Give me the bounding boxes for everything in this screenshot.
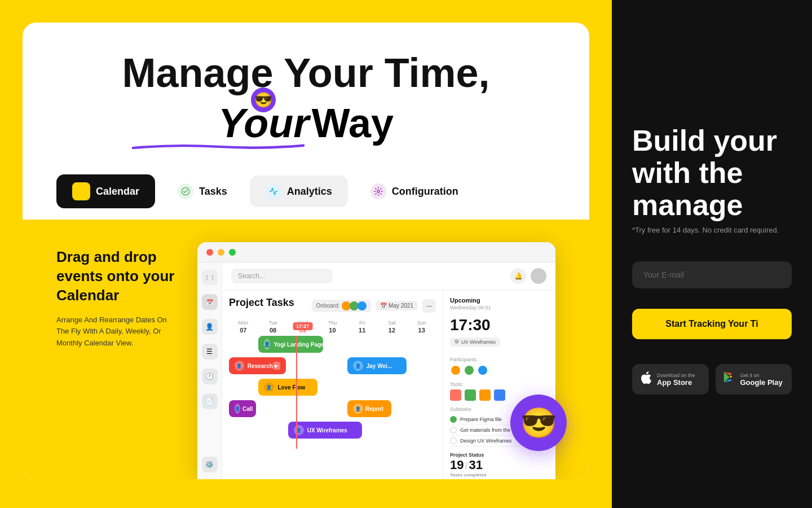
sidebar-icon-2: 📅 [202, 294, 218, 310]
app-search[interactable]: Search... [231, 269, 333, 283]
play-store-text: Get it on Google Play [740, 373, 783, 387]
app-store-button[interactable]: Download on the App Store [632, 364, 709, 395]
date-chip[interactable]: 📅 May 2021 [376, 301, 418, 310]
task-row-4: 👤 Call 👤 Report [229, 400, 436, 418]
tool-3 [479, 389, 491, 401]
titlebar-dot-yellow [218, 249, 224, 256]
app-content: Project Tasks Onboard: [222, 290, 555, 479]
subtask-3-label: Design UX Wireframes [460, 438, 512, 444]
feature-title: Drag and drop events onto your Calendar [56, 248, 180, 305]
tab-configuration-label: Configuration [392, 186, 458, 198]
current-time-line [296, 336, 297, 449]
participants-label: Participants: [450, 357, 549, 362]
project-header: Project Tasks Onboard: [229, 297, 436, 314]
tab-calendar-label: Calendar [96, 186, 139, 198]
app-main: Search... 🔔 Project Tasks [222, 262, 555, 479]
play-store-button[interactable]: Get it on Google Play [716, 364, 792, 395]
task-chip-ux[interactable]: 👤 UX Wireframes [288, 422, 362, 439]
time-big: 17:30 [450, 316, 549, 334]
task-chip-research[interactable]: 👤 Research ▶ [229, 357, 286, 374]
emoji-bubble: 😎 [251, 87, 276, 112]
tab-analytics[interactable]: Analytics [250, 176, 348, 207]
sidebar-icon-6: 📄 [202, 393, 218, 409]
svg-point-5 [377, 190, 379, 192]
google-play-icon [723, 371, 735, 387]
header-actions: 🔔 [510, 268, 546, 284]
subtask-2-checkbox[interactable] [450, 427, 457, 433]
cal-day-thu: Thu10 [318, 320, 347, 334]
app-store-text: Download on the App Store [657, 373, 695, 387]
cal-day-sun: Sun13 [407, 320, 436, 334]
sidebar-icon-1: ⋮⋮ [202, 269, 218, 285]
member-avatars [342, 301, 367, 310]
onboard-label: Onboard: [316, 303, 340, 309]
task-chip-jay[interactable]: 👤 Jay Wei... [347, 357, 407, 374]
analytics-icon [266, 183, 281, 199]
cal-day-sat: Sat12 [378, 320, 407, 334]
task-chip-yogi[interactable]: 👤 Yogi Landing Page F G [258, 336, 323, 353]
app-body: ⋮⋮ 📅 👤 ☰ 🕐 📄 ⚙️ Search... [197, 262, 555, 479]
hero-title-line1: Manage Your Time, [56, 51, 555, 95]
calendar-area: Project Tasks Onboard: [222, 290, 443, 479]
project-controls: Onboard: 📅 May 2021 [312, 299, 436, 313]
subtask-1-checkbox[interactable] [450, 416, 457, 423]
card-bottom: Drag and drop events onto your Calendar … [23, 220, 589, 479]
tab-configuration[interactable]: Configuration [355, 176, 474, 207]
onboard-chip: Onboard: [312, 300, 372, 312]
tool-figma [450, 389, 461, 401]
tab-tasks[interactable]: Tasks [162, 176, 243, 207]
cal-day-mon: Mon07 [229, 320, 258, 334]
right-title: Build your with the manage *Try free for… [632, 125, 792, 248]
done-count: 19 [450, 458, 464, 472]
subtask-1-label: Prepare Figma file [460, 417, 502, 422]
task-chip-loveflow[interactable]: 👤 Love Flow [258, 379, 317, 396]
app-store-top: Download on the [657, 373, 695, 378]
task-tag-row: UX Wireframes [450, 338, 549, 352]
task-chip-call[interactable]: 👤 Call [229, 400, 256, 417]
more-options[interactable]: ··· [422, 299, 436, 313]
participant-1 [450, 365, 461, 376]
app-store-bottom: App Store [657, 378, 695, 387]
underline-decoration [130, 142, 306, 152]
task-chip-report[interactable]: 👤 Report [347, 400, 392, 417]
tab-calendar[interactable]: Calendar [56, 174, 155, 208]
app-header: Search... 🔔 [222, 262, 555, 290]
notification-icon[interactable]: 🔔 [510, 268, 526, 284]
hero-title-line2-wrapper: 😎 Your Way [56, 100, 555, 146]
cal-day-wed: Wed 09 17:27 [288, 320, 317, 334]
tool-2 [465, 389, 476, 401]
avatar[interactable] [531, 268, 546, 284]
titlebar-dot-red [206, 249, 213, 256]
hero-way: Way [312, 100, 394, 146]
tab-analytics-label: Analytics [287, 186, 332, 198]
app-sidebar: ⋮⋮ 📅 👤 ☰ 🕐 📄 ⚙️ [197, 262, 222, 479]
sidebar-icon-5: 🕐 [202, 369, 218, 384]
upcoming-date: Wednesday 09:01 [450, 305, 549, 310]
white-card: Manage Your Time, 😎 Your Way [23, 23, 589, 479]
tool-4 [494, 389, 505, 401]
feature-text: Drag and drop events onto your Calendar … [56, 237, 180, 479]
subtask-3-checkbox[interactable] [450, 437, 457, 444]
task-rows: 👤 Yogi Landing Page F G [229, 336, 436, 440]
email-input[interactable] [632, 261, 792, 288]
task-tag: UX Wireframes [450, 338, 500, 347]
task-row-1: 👤 Yogi Landing Page F G [229, 336, 436, 354]
right-subtitle: *Try free for 14 days. No credit card re… [632, 226, 792, 234]
calendar-icon [72, 182, 90, 200]
right-title-text: Build your with the manage [632, 125, 792, 222]
tabs-container: Calendar Tasks Analytics Configuration [56, 174, 555, 208]
project-status-label: Project Status [450, 452, 549, 458]
cta-button[interactable]: Start Tracking Your Ti [632, 309, 792, 339]
svg-rect-0 [77, 188, 85, 196]
hero-title-line2: 😎 Your Way [218, 100, 394, 146]
tools-label: Tools: [450, 382, 549, 387]
left-section: Manage Your Time, 😎 Your Way [0, 0, 612, 508]
app-screenshot: ⋮⋮ 📅 👤 ☰ 🕐 📄 ⚙️ Search... [197, 242, 555, 479]
feature-description: Arrange And Rearrange Dates On The Fly W… [56, 314, 180, 349]
project-title: Project Tasks [229, 297, 294, 309]
participant-3 [477, 365, 488, 376]
participants-avatars [450, 365, 549, 376]
right-section: Build your with the manage *Try free for… [612, 0, 812, 508]
timer-chip: 17:27 [293, 322, 312, 330]
cal-day-fri: Fri11 [348, 320, 377, 334]
